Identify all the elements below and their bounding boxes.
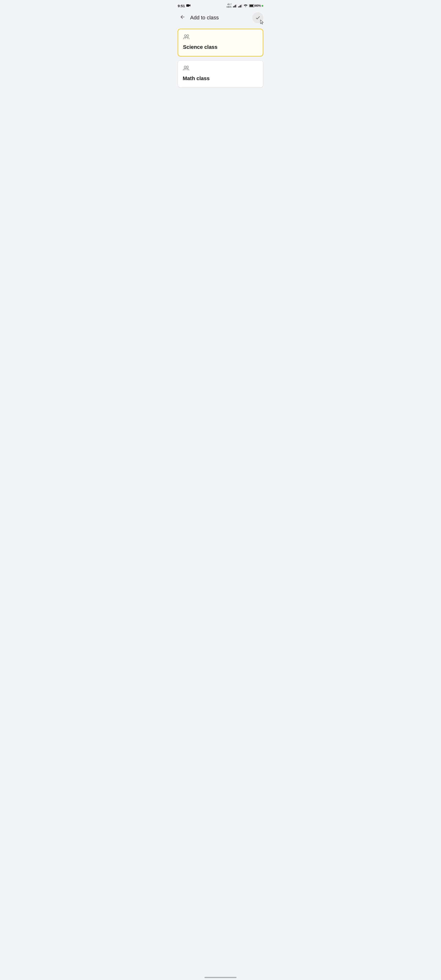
confirm-button[interactable] bbox=[252, 12, 263, 23]
battery-dot bbox=[262, 5, 263, 7]
signal-group-2 bbox=[238, 4, 242, 7]
science-class-card[interactable]: Science class bbox=[178, 29, 263, 56]
back-arrow-icon bbox=[179, 14, 186, 21]
science-class-name: Science class bbox=[183, 44, 258, 50]
svg-point-4 bbox=[184, 66, 186, 68]
battery-icon bbox=[249, 4, 254, 7]
svg-point-2 bbox=[184, 35, 186, 37]
status-bar: 9:51 45.7 KB/S bbox=[174, 0, 267, 11]
check-icon bbox=[255, 15, 260, 20]
status-right: 45.7 KB/S bbox=[227, 3, 263, 8]
battery-percent: 90% bbox=[255, 4, 261, 7]
cursor-icon bbox=[260, 19, 265, 25]
svg-point-3 bbox=[187, 35, 189, 37]
status-time: 9:51 bbox=[178, 4, 185, 8]
app-bar: Add to class bbox=[174, 11, 267, 25]
page-title: Add to class bbox=[190, 14, 219, 21]
back-button[interactable] bbox=[178, 13, 187, 22]
speed-text: 45.7 KB/S bbox=[227, 3, 232, 8]
wifi-icon bbox=[244, 4, 247, 7]
group-icon-2 bbox=[183, 65, 258, 73]
svg-point-5 bbox=[187, 66, 189, 68]
status-left: 9:51 bbox=[178, 4, 190, 8]
signal-group-1 bbox=[233, 4, 237, 7]
svg-rect-0 bbox=[186, 4, 189, 7]
svg-marker-1 bbox=[189, 4, 190, 6]
math-class-name: Math class bbox=[183, 75, 258, 81]
math-class-card[interactable]: Math class bbox=[178, 60, 263, 88]
battery-container: 90% bbox=[249, 4, 263, 7]
group-icon bbox=[183, 34, 258, 41]
camera-icon bbox=[186, 4, 190, 8]
app-bar-left: Add to class bbox=[178, 13, 219, 22]
content-area: Science class Math class bbox=[174, 25, 267, 88]
